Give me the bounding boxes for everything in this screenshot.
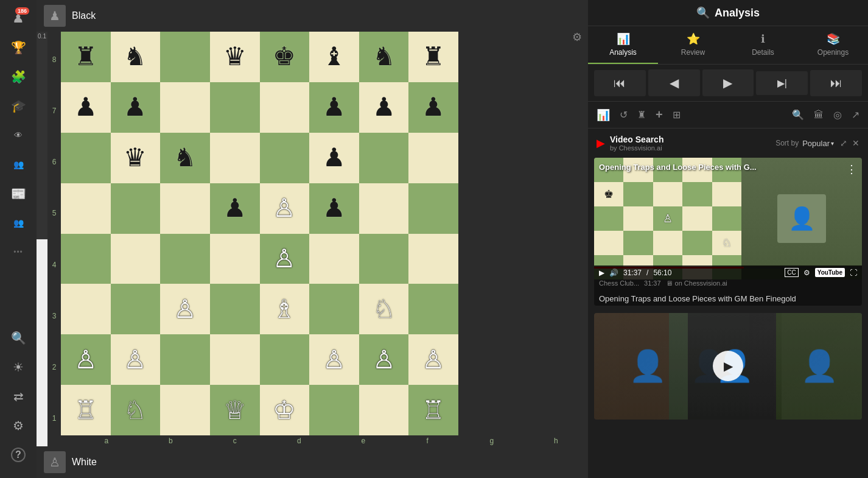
- sidebar-icon-spectate[interactable]: 👁: [5, 122, 32, 149]
- expand-icon[interactable]: ⤢: [840, 138, 847, 148]
- square-a8[interactable]: ♜: [61, 32, 111, 82]
- square-h3[interactable]: [408, 284, 458, 334]
- nav-first-button[interactable]: ⏮: [594, 70, 646, 96]
- add-icon[interactable]: +: [653, 105, 665, 124]
- play-button-2[interactable]: ▶: [713, 351, 743, 381]
- sidebar-icon-puzzle[interactable]: 🧩: [5, 63, 32, 90]
- nav-play-button[interactable]: ▶: [702, 69, 754, 96]
- square-b7[interactable]: ♟: [111, 82, 161, 133]
- sidebar-icon-search[interactable]: 🔍: [5, 325, 32, 351]
- tab-openings[interactable]: 📚 Openings: [798, 26, 868, 64]
- tab-analysis[interactable]: 📊 Analysis: [588, 26, 658, 64]
- square-b3[interactable]: [111, 284, 161, 334]
- square-b4[interactable]: [111, 234, 161, 284]
- square-d8[interactable]: ♛: [210, 32, 260, 82]
- square-b2[interactable]: ♙: [111, 334, 161, 385]
- square-h8[interactable]: ♜: [408, 32, 458, 82]
- square-c4[interactable]: [160, 234, 210, 284]
- square-b6[interactable]: ♛: [111, 133, 161, 183]
- cc-button[interactable]: CC: [785, 268, 798, 277]
- square-d3[interactable]: [210, 284, 260, 334]
- settings-video-icon[interactable]: ⚙: [803, 269, 810, 277]
- square-e7[interactable]: [260, 82, 310, 133]
- square-a7[interactable]: ♟: [61, 82, 111, 133]
- square-g7[interactable]: ♟: [359, 82, 409, 133]
- square-c8[interactable]: [160, 32, 210, 82]
- nav-last-button[interactable]: ⏭: [810, 70, 862, 96]
- square-a4[interactable]: [61, 234, 111, 284]
- square-c2[interactable]: [160, 334, 210, 385]
- square-a1[interactable]: ♖: [61, 385, 111, 435]
- grid-icon[interactable]: ⊞: [670, 107, 683, 123]
- square-c3[interactable]: ♙: [160, 284, 210, 334]
- square-e8[interactable]: ♚: [260, 32, 310, 82]
- square-f8[interactable]: ♝: [309, 32, 359, 82]
- square-d2[interactable]: [210, 334, 260, 385]
- square-c1[interactable]: [160, 385, 210, 435]
- zoom-in-icon[interactable]: 🔍: [789, 107, 807, 123]
- square-e2[interactable]: [260, 334, 310, 385]
- square-g6[interactable]: [359, 133, 409, 183]
- volume-icon[interactable]: 🔊: [609, 269, 618, 277]
- sidebar-icon-more[interactable]: •••: [5, 239, 32, 265]
- square-g1[interactable]: [359, 385, 409, 435]
- square-e3[interactable]: ♗: [260, 284, 310, 334]
- square-e4[interactable]: ♙: [260, 234, 310, 284]
- square-a2[interactable]: ♙: [61, 334, 111, 385]
- bar-chart-icon[interactable]: 📊: [594, 106, 612, 124]
- square-f4[interactable]: [309, 234, 359, 284]
- nav-prev-button[interactable]: ◀: [648, 69, 700, 96]
- square-h1[interactable]: ♖: [408, 385, 458, 435]
- square-e1[interactable]: ♔: [260, 385, 310, 435]
- square-h2[interactable]: ♙: [408, 334, 458, 385]
- sidebar-icon-team[interactable]: 👥: [5, 209, 32, 236]
- square-f1[interactable]: [309, 385, 359, 435]
- close-icon[interactable]: ✕: [852, 138, 859, 148]
- square-f7[interactable]: ♟: [309, 82, 359, 133]
- square-h4[interactable]: [408, 234, 458, 284]
- square-h6[interactable]: [408, 133, 458, 183]
- square-f3[interactable]: [309, 284, 359, 334]
- museum-icon[interactable]: 🏛: [811, 107, 826, 123]
- play-pause-icon[interactable]: ▶: [599, 269, 604, 277]
- square-d7[interactable]: [210, 82, 260, 133]
- sidebar-icon-news[interactable]: 📰: [5, 180, 32, 207]
- square-e6[interactable]: [260, 133, 310, 183]
- square-h5[interactable]: [408, 183, 458, 234]
- square-g4[interactable]: [359, 234, 409, 284]
- square-a5[interactable]: [61, 183, 111, 234]
- sidebar-icon-flip[interactable]: ⇄: [5, 383, 32, 410]
- board-settings-button[interactable]: ⚙: [572, 30, 582, 44]
- sort-by-dropdown[interactable]: Popular ▾: [802, 139, 834, 148]
- target-piece-icon[interactable]: ♜: [635, 107, 648, 123]
- fullscreen-icon[interactable]: ⛶: [850, 269, 857, 277]
- sidebar-icon-learn[interactable]: 🎓: [5, 93, 32, 119]
- sidebar-icon-help[interactable]: ?: [5, 441, 32, 468]
- square-a3[interactable]: [61, 284, 111, 334]
- nav-next-button[interactable]: ▶|: [756, 71, 808, 95]
- square-c6[interactable]: ♞: [160, 133, 210, 183]
- video-card-1[interactable]: ♚ ♙ ♘ 👤 Opening Traps and Loose Pieces w…: [594, 158, 862, 306]
- square-f5[interactable]: ♟: [309, 183, 359, 234]
- square-g5[interactable]: [359, 183, 409, 234]
- sidebar-icon-brightness[interactable]: ☀: [5, 354, 32, 381]
- square-e5[interactable]: ♙: [260, 183, 310, 234]
- square-d1[interactable]: ♕: [210, 385, 260, 435]
- square-d6[interactable]: [210, 133, 260, 183]
- square-b1[interactable]: ♘: [111, 385, 161, 435]
- share-icon[interactable]: ↗: [849, 107, 862, 123]
- square-f2[interactable]: ♙: [309, 334, 359, 385]
- square-g8[interactable]: ♞: [359, 32, 409, 82]
- sidebar-icon-user[interactable]: ♟ 186: [5, 5, 32, 32]
- chess-board[interactable]: ♜ ♞ ♛ ♚ ♝ ♞ ♜ ♟ ♟: [61, 32, 458, 435]
- square-a6[interactable]: [61, 133, 111, 183]
- tab-review[interactable]: ⭐ Review: [658, 26, 728, 64]
- target-icon[interactable]: ◎: [831, 107, 844, 123]
- square-d4[interactable]: [210, 234, 260, 284]
- square-b8[interactable]: ♞: [111, 32, 161, 82]
- repeat-icon[interactable]: ↺: [617, 107, 630, 123]
- sidebar-icon-community[interactable]: 👥: [5, 151, 32, 178]
- tab-details[interactable]: ℹ Details: [728, 26, 798, 64]
- square-h7[interactable]: ♟: [408, 82, 458, 133]
- square-c7[interactable]: [160, 82, 210, 133]
